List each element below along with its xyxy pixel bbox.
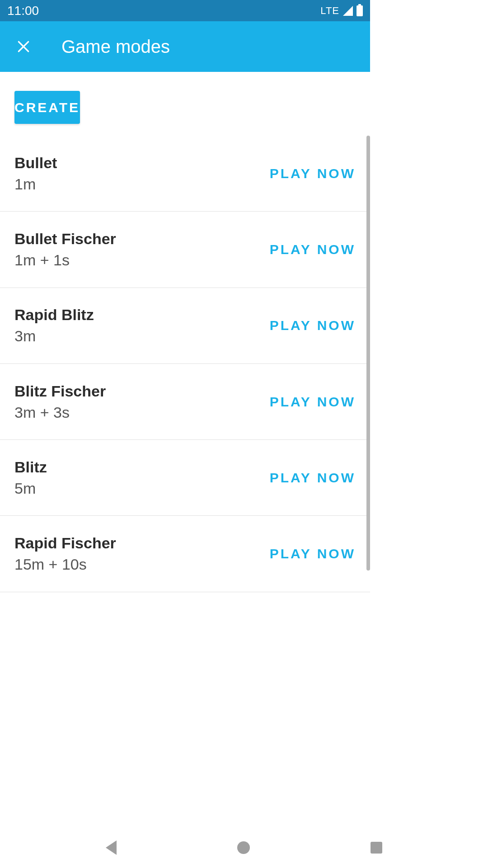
battery-icon	[357, 5, 363, 16]
mode-subtitle: 5m	[14, 480, 47, 497]
mode-subtitle: 1m	[14, 175, 57, 193]
play-now-button[interactable]: PLAY NOW	[270, 470, 356, 486]
list-item[interactable]: Rapid Fischer 15m + 10s PLAY NOW	[0, 516, 370, 592]
mode-info: Blitz Fischer 3m + 3s	[14, 382, 106, 421]
list-item[interactable]: Blitz 5m PLAY NOW	[0, 440, 370, 516]
list-item[interactable]: Blitz Fischer 3m + 3s PLAY NOW	[0, 364, 370, 440]
create-button[interactable]: CREATE	[14, 91, 80, 124]
mode-title: Blitz Fischer	[14, 382, 106, 400]
mode-info: Bullet 1m	[14, 154, 57, 193]
page-title: Game modes	[61, 37, 170, 57]
mode-list-wrapper: Bullet 1m PLAY NOW Bullet Fischer 1m + 1…	[0, 136, 370, 650]
mode-title: Rapid Blitz	[14, 306, 94, 324]
app-bar: Game modes	[0, 21, 370, 72]
play-now-button[interactable]: PLAY NOW	[270, 546, 356, 561]
play-now-button[interactable]: PLAY NOW	[270, 166, 356, 181]
scrollbar[interactable]	[366, 136, 370, 571]
status-bar: 11:00 LTE	[0, 0, 370, 21]
play-now-button[interactable]: PLAY NOW	[270, 242, 356, 257]
mode-title: Bullet Fischer	[14, 230, 116, 248]
mode-title: Blitz	[14, 458, 47, 476]
mode-info: Rapid Blitz 3m	[14, 306, 94, 345]
play-now-button[interactable]: PLAY NOW	[270, 394, 356, 410]
content: CREATE Bullet 1m PLAY NOW Bullet Fischer…	[0, 72, 370, 650]
mode-subtitle: 15m + 10s	[14, 556, 116, 573]
signal-icon	[343, 6, 353, 16]
network-label: LTE	[320, 5, 339, 17]
mode-title: Rapid Fischer	[14, 534, 116, 552]
list-item[interactable]: Rapid Blitz 3m PLAY NOW	[0, 288, 370, 364]
mode-list: Bullet 1m PLAY NOW Bullet Fischer 1m + 1…	[0, 136, 370, 592]
mode-subtitle: 1m + 1s	[14, 251, 116, 269]
close-icon[interactable]	[14, 38, 33, 56]
mode-info: Blitz 5m	[14, 458, 47, 497]
mode-subtitle: 3m	[14, 327, 94, 345]
mode-title: Bullet	[14, 154, 57, 172]
play-now-button[interactable]: PLAY NOW	[270, 318, 356, 333]
mode-info: Bullet Fischer 1m + 1s	[14, 230, 116, 269]
status-time: 11:00	[7, 4, 39, 18]
status-right-icons: LTE	[320, 5, 363, 17]
list-item[interactable]: Bullet 1m PLAY NOW	[0, 136, 370, 212]
list-item[interactable]: Bullet Fischer 1m + 1s PLAY NOW	[0, 212, 370, 288]
mode-info: Rapid Fischer 15m + 10s	[14, 534, 116, 573]
mode-subtitle: 3m + 3s	[14, 404, 106, 421]
